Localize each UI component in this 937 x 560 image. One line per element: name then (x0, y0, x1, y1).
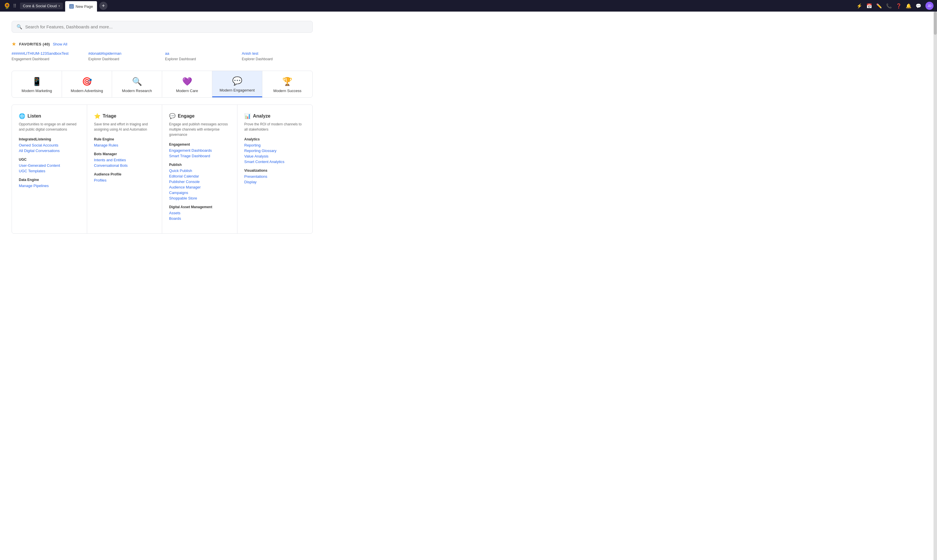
fav-link-3[interactable]: aa (165, 51, 236, 55)
help-icon[interactable]: ❓ (896, 3, 902, 9)
topnav: 🌻 ⠿ Core & Social Cloud ▾ ◻ New Page + ⚡… (0, 0, 937, 12)
show-all-link[interactable]: Show All (53, 42, 67, 46)
reporting-glossary-link[interactable]: Reporting Glossary (245, 149, 306, 153)
engage-group-2: Publish Quick Publish Editorial Calendar… (169, 163, 230, 200)
analyze-group-1: Analytics Reporting Reporting Glossary V… (245, 137, 306, 164)
listen-group-2-title: UGC (19, 157, 80, 162)
search-input[interactable] (25, 24, 308, 29)
chat-icon[interactable]: 💬 (915, 3, 922, 9)
fav-link-2[interactable]: #donald4spiderman (88, 51, 159, 55)
grid-icon[interactable]: ⠿ (13, 3, 17, 9)
current-tab[interactable]: ◻ New Page (65, 1, 97, 12)
module-advertising[interactable]: 🎯 Modern Advertising (62, 71, 112, 97)
main-content: 🔍 ★ FAVORITES (40) Show All ######LITHIU… (0, 12, 934, 560)
search-icon: 🔍 (17, 24, 22, 29)
listen-group-2: UGC User-Generated Content UGC Templates (19, 157, 80, 173)
campaigns-link[interactable]: Campaigns (169, 191, 230, 195)
boards-link[interactable]: Boards (169, 216, 230, 221)
analyze-icon: 📊 (245, 113, 251, 119)
scrollbar[interactable] (934, 12, 937, 560)
calendar-icon[interactable]: 📅 (866, 3, 872, 9)
module-marketing[interactable]: 📱 Modern Marketing (12, 71, 62, 97)
engage-group-1-title: Engagement (169, 143, 230, 146)
quick-publish-link[interactable]: Quick Publish (169, 169, 230, 173)
engage-desc: Engage and publish messages across multi… (169, 122, 230, 137)
profiles-link[interactable]: Profiles (94, 178, 155, 182)
fav-item-2: #donald4spiderman Explorer Dashboard (88, 51, 159, 62)
manage-pipelines-link[interactable]: Manage Pipelines (19, 183, 80, 188)
content-grid: 🌐 Listen Opportunities to engage on all … (12, 105, 313, 234)
fav-sub-4: Explorer Dashboard (242, 57, 273, 61)
fav-sub-1: Engagement Dashboard (12, 57, 49, 61)
triage-group-3: Audience Profile Profiles (94, 172, 155, 182)
listen-group-3-title: Data Engine (19, 178, 80, 182)
ugc-templates-link[interactable]: UGC Templates (19, 169, 80, 173)
bell-icon[interactable]: 🔔 (906, 3, 911, 9)
engage-group-1: Engagement Engagement Dashboards Smart T… (169, 143, 230, 158)
listen-icon: 🌐 (19, 113, 25, 119)
tab-label: New Page (75, 5, 93, 9)
col-listen: 🌐 Listen Opportunities to engage on all … (12, 105, 87, 233)
triage-title: Triage (103, 114, 116, 119)
smart-triage-dashboard-link[interactable]: Smart Triage Dashboard (169, 154, 230, 158)
display-link[interactable]: Display (245, 180, 306, 184)
favorites-title: FAVORITES (40) (19, 42, 50, 46)
engagement-dashboards-link[interactable]: Engagement Dashboards (169, 148, 230, 152)
module-engagement[interactable]: 💬 Modern Engagement (212, 71, 262, 97)
module-care[interactable]: 💜 Modern Care (162, 71, 212, 97)
module-research[interactable]: 🔍 Modern Research (112, 71, 162, 97)
edit-icon[interactable]: ✏️ (876, 3, 882, 9)
avatar[interactable]: JD (925, 2, 934, 10)
analyze-group-1-title: Analytics (245, 137, 306, 141)
phone-icon[interactable]: 📞 (886, 3, 892, 9)
presentations-link[interactable]: Presentations (245, 174, 306, 178)
fav-link-4[interactable]: Anish test (242, 51, 313, 55)
fav-link-1[interactable]: ######LITHIUM-123SandboxTest (12, 51, 83, 55)
add-tab-button[interactable]: + (99, 2, 108, 10)
care-icon: 💜 (182, 77, 192, 86)
tab-page-icon: ◻ (69, 4, 74, 9)
engage-header: 💬 Engage (169, 113, 230, 119)
module-success-label: Modern Success (273, 89, 302, 93)
owned-social-accounts-link[interactable]: Owned Social Accounts (19, 143, 80, 148)
module-nav: 📱 Modern Marketing 🎯 Modern Advertising … (12, 71, 313, 98)
scrollbar-thumb[interactable] (934, 12, 937, 35)
triage-group-1: Rule Engine Manage Rules (94, 137, 155, 148)
reporting-link[interactable]: Reporting (245, 143, 306, 148)
smart-content-analytics-link[interactable]: Smart Content Analytics (245, 160, 306, 164)
value-analysis-link[interactable]: Value Analysis (245, 154, 306, 158)
intents-entities-link[interactable]: Intents and Entities (94, 158, 155, 162)
listen-desc: Opportunities to engage on all owned and… (19, 122, 80, 132)
engage-title: Engage (178, 114, 195, 119)
assets-link[interactable]: Assets (169, 211, 230, 215)
col-triage: ⭐ Triage Save time and effort in triagin… (87, 105, 162, 233)
favorites-grid: ######LITHIUM-123SandboxTest Engagement … (12, 51, 313, 62)
triage-desc: Save time and effort in triaging and ass… (94, 122, 155, 132)
topnav-icons: ⚡ 📅 ✏️ 📞 ❓ 🔔 💬 JD (857, 2, 934, 10)
shoppable-store-link[interactable]: Shoppable Store (169, 196, 230, 200)
favorites-star-icon: ★ (12, 41, 16, 47)
triage-group-2-title: Bots Manager (94, 152, 155, 156)
publisher-console-link[interactable]: Publisher Console (169, 180, 230, 184)
triage-header: ⭐ Triage (94, 113, 155, 119)
analyze-group-2-title: Visualizations (245, 169, 306, 172)
advertising-icon: 🎯 (82, 77, 92, 86)
conversational-bots-link[interactable]: Conversational Bots (94, 163, 155, 168)
chevron-down-icon: ▾ (58, 5, 60, 8)
engage-icon: 💬 (169, 113, 175, 119)
app-name-selector[interactable]: Core & Social Cloud ▾ (20, 3, 63, 9)
listen-group-3: Data Engine Manage Pipelines (19, 178, 80, 188)
fav-sub-2: Explorer Dashboard (88, 57, 119, 61)
manage-rules-link[interactable]: Manage Rules (94, 143, 155, 148)
listen-title: Listen (28, 114, 41, 119)
audience-manager-link[interactable]: Audience Manager (169, 185, 230, 189)
triage-icon: ⭐ (94, 113, 100, 119)
engage-group-2-title: Publish (169, 163, 230, 167)
col-engage: 💬 Engage Engage and publish messages acr… (162, 105, 237, 233)
research-icon: 🔍 (132, 77, 142, 86)
module-success[interactable]: 🏆 Modern Success (262, 71, 312, 97)
ugc-link[interactable]: User-Generated Content (19, 163, 80, 168)
all-digital-conversations-link[interactable]: All Digital Conversations (19, 149, 80, 153)
flash-icon[interactable]: ⚡ (857, 3, 862, 9)
editorial-calendar-link[interactable]: Editorial Calendar (169, 174, 230, 178)
